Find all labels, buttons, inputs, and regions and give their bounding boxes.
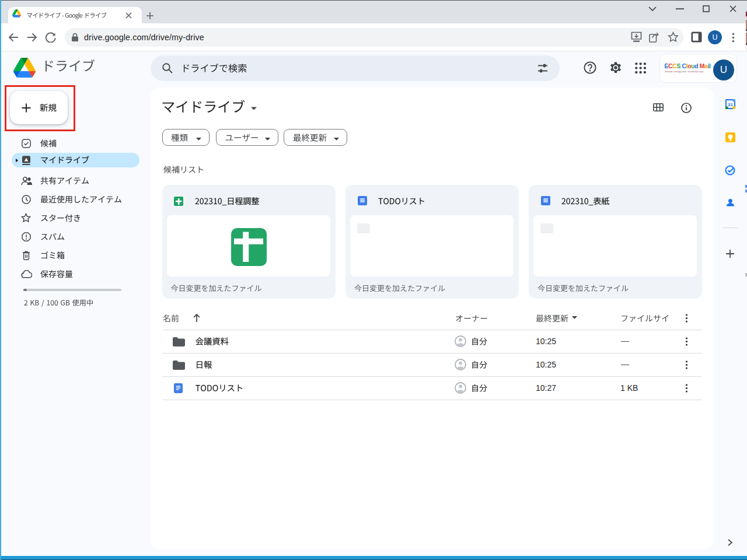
svg-text:31: 31 — [728, 102, 733, 107]
